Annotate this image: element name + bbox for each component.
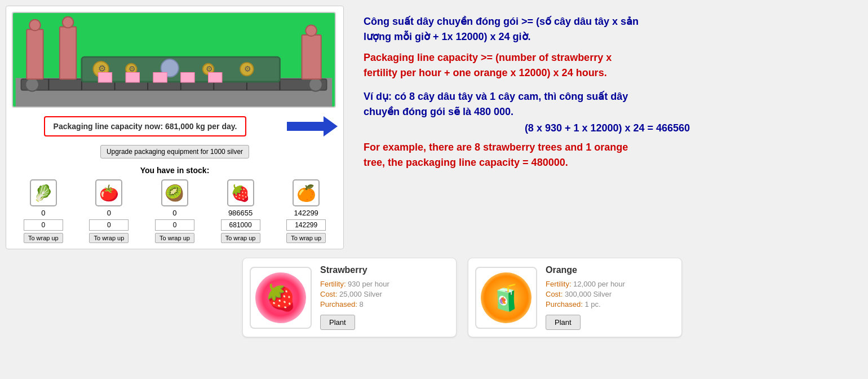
strawberry-plant-icon-box: 🍓 [250,267,312,329]
strawberry-plant-button[interactable]: Plant [320,315,355,330]
svg-rect-13 [26,29,43,79]
vn-description: Công suất dây chuyền đóng gói >= (số cây… [364,14,851,45]
arrow-right-icon [287,115,338,138]
upgrade-equipment-button[interactable]: Upgrade packaging equipment for 1000 sil… [100,145,249,158]
page-layout: ⚙ ⚙ ⚙ ⚙ Packaging lin [0,0,868,343]
tomato-count: 0 [107,209,111,217]
info-panel: Công suất dây chuyền đóng gói >= (số cây… [352,6,862,249]
en-example: For example, there are 8 strawberry tree… [364,140,851,170]
strawberry-plant-info: Strawberry Fertility: 930 per hour Cost:… [320,265,389,330]
svg-point-4 [309,78,322,91]
en-description: Packaging line capacity >= (number of st… [364,50,851,81]
orange-plant-name: Orange [546,265,625,275]
svg-rect-30 [126,72,139,82]
orange-cost: Cost: 300,000 Silver [546,290,625,298]
lettuce-count: 0 [41,209,45,217]
strawberry-plant-name: Strawberry [320,265,389,275]
strawberry-input[interactable] [221,219,260,231]
top-row: ⚙ ⚙ ⚙ ⚙ Packaging lin [0,0,868,252]
strawberry-fertility: Fertility: 930 per hour [320,280,389,288]
kiwi-icon: 🥝 [161,179,188,206]
svg-rect-17 [302,35,321,79]
strawberry-stock-icon: 🍓 [227,179,254,206]
tomato-icon: 🍅 [95,179,122,206]
stock-item-tomato: 🍅 0 To wrap up [86,179,131,243]
vn-example: Ví dụ: có 8 cây dâu tây và 1 cây cam, th… [364,89,851,120]
lettuce-wrap-button[interactable]: To wrap up [24,233,63,243]
orange-plant-icon: 🧃 [481,272,532,323]
svg-rect-29 [98,72,112,82]
kiwi-wrap-button[interactable]: To wrap up [155,233,194,243]
capacity-display: Packaging line capacity now: 681,000 kg … [44,116,247,136]
stock-grid: 🥬 0 To wrap up 🍅 0 To wrap up 🥝 [12,179,338,243]
svg-point-14 [29,20,41,31]
factory-panel: ⚙ ⚙ ⚙ ⚙ Packaging lin [6,6,344,249]
stock-item-lettuce: 🥬 0 To wrap up [21,179,66,243]
strawberry-cost: Cost: 25,000 Silver [320,290,389,298]
stock-title: You have in stock: [12,166,338,175]
stock-item-kiwi: 🥝 0 To wrap up [152,179,197,243]
svg-point-16 [63,17,74,28]
lettuce-input[interactable] [24,219,63,231]
bottom-row: 🍓 Strawberry Fertility: 930 per hour Cos… [0,252,868,343]
svg-point-18 [305,25,317,36]
stock-section: You have in stock: 🥬 0 To wrap up 🍅 0 [12,166,338,243]
equation-display: (8 x 930 + 1 x 12000) x 24 = 466560 [364,122,851,134]
orange-plant-icon-box: 🧃 [475,267,537,329]
svg-marker-34 [287,116,338,136]
svg-rect-33 [209,72,222,82]
stock-item-strawberry: 🍓 986655 To wrap up [218,179,263,243]
strawberry-plant-icon: 🍓 [255,272,306,323]
svg-rect-15 [60,27,76,79]
svg-rect-32 [181,72,194,82]
strawberry-wrap-button[interactable]: To wrap up [221,233,260,243]
orange-stock-icon: 🍊 [293,179,320,206]
strawberry-purchased: Purchased: 8 [320,300,389,309]
svg-text:⚙: ⚙ [98,64,106,73]
orange-count: 142299 [294,209,318,217]
orange-plant-info: Orange Fertility: 12,000 per hour Cost: … [546,265,625,330]
orange-input[interactable] [286,219,326,231]
orange-plant-card: 🧃 Orange Fertility: 12,000 per hour Cost… [468,258,682,337]
orange-wrap-button[interactable]: To wrap up [286,233,326,243]
kiwi-input[interactable] [155,219,194,231]
lettuce-icon: 🥬 [30,179,57,206]
factory-illustration: ⚙ ⚙ ⚙ ⚙ [12,12,336,108]
strawberry-plant-card: 🍓 Strawberry Fertility: 930 per hour Cos… [242,258,457,337]
stock-item-orange: 🍊 142299 To wrap up [284,179,329,243]
tomato-input[interactable] [89,219,129,231]
orange-purchased: Purchased: 1 pc. [546,300,625,309]
kiwi-count: 0 [172,209,176,217]
svg-rect-31 [153,72,167,82]
orange-fertility: Fertility: 12,000 per hour [546,280,625,288]
svg-text:⚙: ⚙ [244,65,251,73]
strawberry-count: 986655 [228,209,253,217]
svg-point-3 [25,78,38,91]
orange-plant-button[interactable]: Plant [546,315,581,330]
tomato-wrap-button[interactable]: To wrap up [89,233,129,243]
